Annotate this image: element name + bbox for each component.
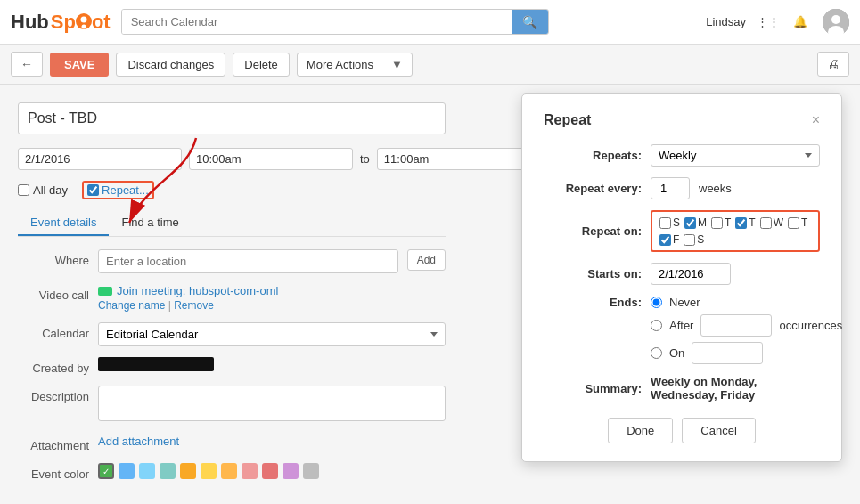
- all-day-label[interactable]: All day: [18, 183, 68, 197]
- ends-after-unit: occurrences: [779, 319, 842, 332]
- svg-point-4: [831, 15, 840, 24]
- day-checkbox-7[interactable]: [684, 234, 695, 246]
- color-swatch-0[interactable]: [98, 463, 114, 479]
- change-name-link[interactable]: Change name: [98, 299, 165, 312]
- color-swatch-1[interactable]: [119, 463, 135, 479]
- day-checkbox-3[interactable]: [735, 217, 747, 229]
- delete-button[interactable]: Delete: [233, 53, 290, 77]
- ends-label: Ends:: [544, 296, 642, 309]
- day-label-3: T: [749, 216, 755, 229]
- color-swatch-6[interactable]: [221, 463, 237, 479]
- search-bar: 🔍: [121, 9, 549, 35]
- notification-icon[interactable]: 🔔: [790, 12, 810, 32]
- repeat-every-label: Repeat every:: [544, 182, 642, 195]
- logo-spot-text: Spot: [51, 11, 111, 34]
- post-title-input[interactable]: [18, 102, 446, 134]
- logo: HubSpot: [11, 11, 111, 34]
- print-button[interactable]: 🖨: [817, 52, 849, 77]
- video-call-link[interactable]: Join meeting: hubspot-com-oml: [117, 284, 278, 297]
- add-button[interactable]: Add: [407, 249, 446, 271]
- repeat-dialog: Repeat × Repeats: Weekly Repeat every: w…: [521, 93, 842, 462]
- apps-icon[interactable]: ⋮⋮: [758, 12, 778, 32]
- chevron-down-icon: ▼: [391, 58, 403, 71]
- start-time-input[interactable]: [189, 148, 353, 170]
- calendar-row: Calendar Editorial Calendar: [18, 322, 446, 346]
- toolbar: ← SAVE Discard changes Delete More Actio…: [0, 45, 860, 85]
- day-checkbox-2[interactable]: [711, 217, 723, 229]
- discard-button[interactable]: Discard changes: [116, 53, 225, 77]
- attachment-row: Attachment Add attachment: [18, 435, 446, 452]
- add-attachment-link[interactable]: Add attachment: [98, 435, 179, 448]
- repeat-every-unit: weeks: [699, 182, 732, 195]
- calendar-select[interactable]: Editorial Calendar: [98, 322, 446, 346]
- logo-hub-text: Hub: [11, 11, 49, 34]
- color-swatch-8[interactable]: [262, 463, 278, 479]
- header-username: Lindsay: [706, 15, 746, 28]
- day-item-7: S: [684, 233, 704, 246]
- event-tabs: Event details Find a time: [18, 210, 446, 237]
- repeat-on-label: Repeat on:: [544, 224, 642, 238]
- dialog-close-button[interactable]: ×: [812, 113, 820, 127]
- summary-row: Summary: Weekly on Monday, Wednesday, Fr…: [544, 375, 820, 402]
- day-checkbox-6[interactable]: [659, 234, 671, 246]
- video-call-value: Join meeting: hubspot-com-oml Change nam…: [98, 284, 446, 312]
- to-label: to: [360, 152, 370, 166]
- all-day-checkbox[interactable]: [18, 184, 29, 196]
- ends-on-input[interactable]: [692, 342, 763, 364]
- tab-event-details[interactable]: Event details: [18, 210, 109, 236]
- description-label: Description: [18, 386, 89, 403]
- repeat-highlight-box: Repeat...: [82, 181, 154, 199]
- repeats-select[interactable]: Weekly: [651, 144, 820, 167]
- day-item-6: F: [659, 233, 679, 246]
- repeat-every-input[interactable]: [651, 177, 690, 199]
- more-actions-button[interactable]: More Actions ▼: [297, 53, 413, 77]
- repeat-checkbox-label[interactable]: Repeat...: [82, 181, 154, 199]
- svg-point-1: [80, 16, 86, 22]
- start-date-input[interactable]: [18, 148, 182, 170]
- day-checkbox-5[interactable]: [788, 217, 799, 229]
- datetime-row: to Time zone: [18, 145, 446, 172]
- day-checkbox-4[interactable]: [760, 217, 772, 229]
- search-button[interactable]: 🔍: [512, 10, 548, 34]
- day-label-0: S: [673, 216, 680, 229]
- ends-after-radio[interactable]: [651, 320, 662, 331]
- description-input[interactable]: [98, 386, 446, 421]
- back-button[interactable]: ←: [11, 52, 43, 77]
- cancel-button[interactable]: Cancel: [682, 418, 755, 443]
- attachment-value: Add attachment: [98, 435, 446, 448]
- repeat-on-box: SMTTWTFS: [651, 210, 820, 252]
- color-swatches: [98, 463, 319, 479]
- color-swatch-4[interactable]: [180, 463, 196, 479]
- where-input[interactable]: [98, 249, 398, 273]
- color-swatch-10[interactable]: [303, 463, 319, 479]
- starts-on-input[interactable]: [651, 263, 731, 285]
- repeat-checkbox[interactable]: [87, 184, 99, 196]
- ends-section: Never After occurrences On: [651, 296, 842, 364]
- save-button[interactable]: SAVE: [50, 53, 109, 77]
- color-swatch-5[interactable]: [201, 463, 217, 479]
- done-button[interactable]: Done: [608, 418, 673, 443]
- search-input[interactable]: [122, 10, 512, 34]
- ends-never-radio[interactable]: [651, 297, 662, 308]
- remove-link[interactable]: Remove: [174, 299, 214, 312]
- description-row: Description: [18, 386, 446, 424]
- day-checkbox-1[interactable]: [684, 217, 696, 229]
- more-actions-label: More Actions: [307, 58, 373, 71]
- day-label-7: S: [697, 233, 704, 246]
- starts-on-row: Starts on:: [544, 263, 820, 285]
- created-by-bar: [98, 357, 214, 371]
- avatar[interactable]: [823, 9, 849, 36]
- day-checkbox-0[interactable]: [659, 217, 671, 229]
- color-swatch-3[interactable]: [160, 463, 176, 479]
- ends-after-input[interactable]: [700, 314, 772, 337]
- end-time-input[interactable]: [377, 148, 541, 170]
- day-label-2: T: [725, 216, 731, 229]
- color-swatch-9[interactable]: [283, 463, 299, 479]
- color-swatch-2[interactable]: [139, 463, 155, 479]
- tab-find-time[interactable]: Find a time: [109, 210, 191, 236]
- day-label-4: W: [774, 216, 783, 229]
- color-swatch-7[interactable]: [242, 463, 258, 479]
- ends-on-radio[interactable]: [651, 347, 662, 359]
- svg-point-2: [81, 24, 86, 28]
- repeat-text: Repeat...: [102, 183, 149, 197]
